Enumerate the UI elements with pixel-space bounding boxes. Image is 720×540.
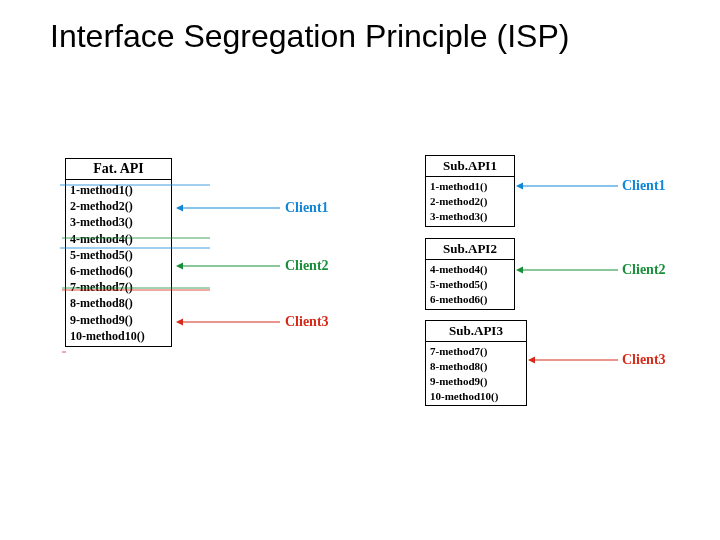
sub-api1-box: Sub.API1 1-method1() 2-method2() 3-metho… xyxy=(425,155,515,227)
method-row: 9-method9() xyxy=(430,374,522,389)
client3-right: Client3 xyxy=(622,352,666,368)
method-row: 2-method2() xyxy=(70,198,167,214)
method-row: 10-method10() xyxy=(70,328,167,344)
method-row: 5-method5() xyxy=(70,247,167,263)
page-title: Interface Segregation Principle (ISP) xyxy=(50,18,569,55)
sub-api2-body: 4-method4() 5-method5() 6-method6() xyxy=(426,260,514,309)
method-row: 6-method6() xyxy=(70,263,167,279)
sub-api2-box: Sub.API2 4-method4() 5-method5() 6-metho… xyxy=(425,238,515,310)
client1-left: Client1 xyxy=(285,200,329,216)
sub-api2-header: Sub.API2 xyxy=(426,239,514,260)
method-row: 10-method10() xyxy=(430,389,522,404)
method-row: 4-method4() xyxy=(70,231,167,247)
sub-api1-body: 1-method1() 2-method2() 3-method3() xyxy=(426,177,514,226)
fat-api-header: Fat. API xyxy=(66,159,171,180)
method-row: 4-method4() xyxy=(430,262,510,277)
method-row: 3-method3() xyxy=(430,209,510,224)
sub-api1-header: Sub.API1 xyxy=(426,156,514,177)
sub-api3-box: Sub.API3 7-method7() 8-method8() 9-metho… xyxy=(425,320,527,406)
method-row: 7-method7() xyxy=(430,344,522,359)
method-row: 5-method5() xyxy=(430,277,510,292)
method-row: 1-method1() xyxy=(430,179,510,194)
method-row: 8-method8() xyxy=(430,359,522,374)
method-row: 9-method9() xyxy=(70,312,167,328)
method-row: 2-method2() xyxy=(430,194,510,209)
method-row: 6-method6() xyxy=(430,292,510,307)
method-row: 7-method7() xyxy=(70,279,167,295)
client2-left: Client2 xyxy=(285,258,329,274)
method-row: 8-method8() xyxy=(70,295,167,311)
client3-left: Client3 xyxy=(285,314,329,330)
fat-api-body: 1-method1() 2-method2() 3-method3() 4-me… xyxy=(66,180,171,346)
method-row: 3-method3() xyxy=(70,214,167,230)
method-row: 1-method1() xyxy=(70,182,167,198)
sub-api3-header: Sub.API3 xyxy=(426,321,526,342)
fat-api-box: Fat. API 1-method1() 2-method2() 3-metho… xyxy=(65,158,172,347)
client1-right: Client1 xyxy=(622,178,666,194)
sub-api3-body: 7-method7() 8-method8() 9-method9() 10-m… xyxy=(426,342,526,405)
client2-right: Client2 xyxy=(622,262,666,278)
